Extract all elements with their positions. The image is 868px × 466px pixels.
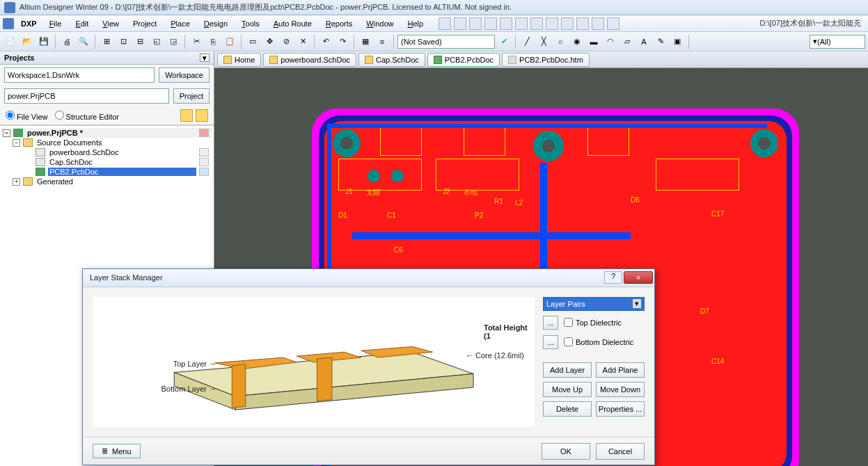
- tree-generated[interactable]: + Generated: [1, 177, 212, 186]
- small-icon-12[interactable]: [607, 17, 620, 30]
- tool-move-icon[interactable]: ✥: [262, 34, 277, 49]
- designator-c6: C6: [394, 246, 403, 254]
- expand-icon[interactable]: −: [13, 139, 20, 147]
- project-button[interactable]: Project: [173, 88, 210, 104]
- menu-autoroute[interactable]: Auto Route: [267, 18, 319, 29]
- tree-root[interactable]: − power.PrjPCB *: [1, 128, 212, 138]
- menu-view[interactable]: View: [95, 18, 126, 29]
- tool-check-icon[interactable]: ✔: [496, 34, 512, 49]
- small-icon-5[interactable]: [500, 17, 512, 30]
- tool-pad-icon[interactable]: ◉: [569, 34, 585, 49]
- tool-poly-icon[interactable]: ▱: [620, 34, 635, 49]
- tree-source-documents[interactable]: − Source Documents: [1, 138, 212, 147]
- tab-pcb2htm[interactable]: PCB2.PcbDoc.htm: [502, 53, 590, 67]
- close-button[interactable]: ×: [624, 271, 653, 284]
- small-icon-8[interactable]: [546, 17, 558, 30]
- small-icon-11[interactable]: [592, 17, 604, 30]
- tab-powerboard[interactable]: powerboard.SchDoc: [263, 53, 356, 67]
- delete-button[interactable]: Delete: [543, 401, 592, 417]
- tool-zoomsel-icon[interactable]: ◱: [149, 34, 164, 49]
- menu-dxp[interactable]: DXP: [15, 18, 42, 29]
- panel-collapse-icon[interactable]: ▾: [200, 54, 210, 62]
- tool-layer-icon[interactable]: ≡: [374, 34, 390, 49]
- menu-reports[interactable]: Reports: [319, 18, 360, 29]
- small-icon-6[interactable]: [515, 17, 528, 30]
- expand-icon[interactable]: +: [13, 178, 20, 186]
- menu-button[interactable]: ≣ Menu: [93, 444, 141, 458]
- workspace-button[interactable]: Workspace: [159, 67, 210, 83]
- menu-file[interactable]: File: [42, 18, 69, 29]
- small-icon-2[interactable]: [454, 17, 466, 30]
- panel-icon-2[interactable]: [196, 109, 208, 122]
- menu-tools[interactable]: Tools: [235, 18, 267, 29]
- tool-redo-icon[interactable]: ↷: [335, 34, 350, 49]
- tab-cap[interactable]: Cap.SchDoc: [358, 53, 425, 67]
- tool-string-icon[interactable]: ✎: [653, 34, 668, 49]
- menu-help[interactable]: Help: [400, 18, 430, 29]
- expand-icon[interactable]: −: [3, 129, 10, 137]
- tool-select-icon[interactable]: ▭: [245, 34, 260, 49]
- tool-comp-icon[interactable]: ▣: [670, 34, 685, 49]
- tool-zoomout-icon[interactable]: ⊟: [132, 34, 148, 49]
- properties-button[interactable]: Properties ...: [596, 401, 645, 417]
- small-icon-4[interactable]: [484, 17, 497, 30]
- small-icon-7[interactable]: [530, 17, 543, 30]
- tree-item-powerboard[interactable]: powerboard.SchDoc: [1, 147, 212, 157]
- tree-item-pcb2[interactable]: PCB2.PcbDoc: [1, 167, 212, 177]
- small-icon-9[interactable]: [561, 17, 574, 30]
- tool-new-icon[interactable]: 📄: [3, 34, 18, 49]
- tool-preview-icon[interactable]: 🔍: [76, 34, 91, 49]
- menu-window[interactable]: Window: [359, 18, 400, 29]
- menu-design[interactable]: Design: [197, 18, 235, 29]
- tool-fill-icon[interactable]: ▬: [586, 34, 601, 49]
- save-state-combo[interactable]: (Not Saved): [397, 35, 495, 49]
- bottom-dielectric-check[interactable]: [564, 337, 573, 346]
- menu-place[interactable]: Place: [164, 18, 197, 29]
- tool-grid-icon[interactable]: ▦: [358, 34, 373, 49]
- bottom-dielectric-dots[interactable]: ...: [543, 335, 558, 349]
- tree-item-cap[interactable]: Cap.SchDoc: [1, 157, 212, 167]
- tool-arc-icon[interactable]: ◠: [603, 34, 618, 49]
- ok-button[interactable]: OK: [542, 443, 590, 460]
- tool-deselect-icon[interactable]: ⊘: [278, 34, 294, 49]
- panel-icon-1[interactable]: [180, 109, 193, 122]
- tool-save-icon[interactable]: 💾: [36, 34, 52, 49]
- designator-l2: L2: [515, 199, 523, 207]
- tool-paste-icon[interactable]: 📋: [222, 34, 237, 49]
- tool-undo-icon[interactable]: ↶: [318, 34, 333, 49]
- top-dielectric-dots[interactable]: ...: [543, 316, 558, 330]
- help-icon[interactable]: ?: [604, 271, 622, 284]
- tab-pcb2[interactable]: PCB2.PcbDoc: [427, 53, 500, 67]
- tool-zoom-icon[interactable]: ⊞: [99, 34, 114, 49]
- tool-zoomfit-icon[interactable]: ⊡: [116, 34, 131, 49]
- small-icon-3[interactable]: [469, 17, 482, 30]
- workspace-input[interactable]: [4, 67, 155, 83]
- move-down-button[interactable]: Move Down: [596, 382, 645, 397]
- project-input[interactable]: [4, 88, 169, 104]
- add-layer-button[interactable]: Add Layer: [543, 362, 592, 378]
- tool-cut-icon[interactable]: ✂: [189, 34, 204, 49]
- layer-pairs-combo[interactable]: Layer Pairs: [543, 297, 645, 311]
- tab-home[interactable]: Home: [217, 53, 261, 67]
- tool-via-icon[interactable]: ○: [553, 34, 568, 49]
- dialog-titlebar[interactable]: Layer Stack Manager ? ×: [83, 269, 654, 287]
- add-plane-button[interactable]: Add Plane: [596, 362, 645, 378]
- tool-zoomall-icon[interactable]: ◲: [166, 34, 181, 49]
- tool-diff-icon[interactable]: ╳: [536, 34, 551, 49]
- tool-copy-icon[interactable]: ⎘: [205, 34, 221, 49]
- tool-print-icon[interactable]: 🖨: [59, 34, 74, 49]
- menu-project[interactable]: Project: [126, 18, 164, 29]
- radio-file-view[interactable]: File View: [6, 111, 48, 121]
- menu-edit[interactable]: Edit: [68, 18, 95, 29]
- tool-open-icon[interactable]: 📂: [19, 34, 35, 49]
- radio-structure-editor[interactable]: Structure Editor: [55, 111, 119, 121]
- top-dielectric-check[interactable]: [564, 318, 573, 327]
- tool-route-icon[interactable]: ╱: [519, 34, 535, 49]
- small-icon-1[interactable]: [439, 17, 451, 30]
- filter-combo[interactable]: ▾ (All): [810, 35, 865, 49]
- tool-clear-icon[interactable]: ✕: [295, 34, 310, 49]
- tool-text-icon[interactable]: A: [636, 34, 652, 49]
- small-icon-10[interactable]: [576, 17, 589, 30]
- cancel-button[interactable]: Cancel: [596, 443, 645, 460]
- move-up-button[interactable]: Move Up: [543, 382, 592, 397]
